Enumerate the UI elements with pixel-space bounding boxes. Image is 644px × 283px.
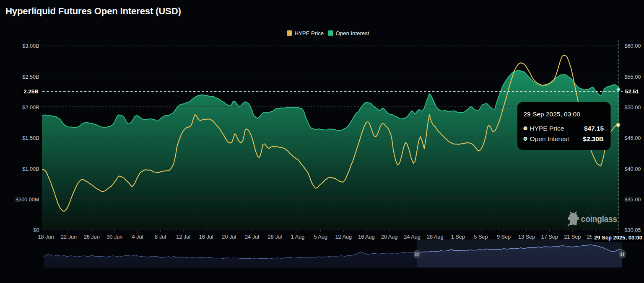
svg-text:$60.00: $60.00: [625, 43, 641, 49]
svg-text:16 Jul: 16 Jul: [199, 234, 213, 240]
svg-text:$55.00: $55.00: [625, 74, 641, 80]
svg-text:30 Jun: 30 Jun: [106, 234, 122, 240]
svg-text:16 Aug: 16 Aug: [358, 234, 375, 240]
svg-text:29 Sep 2025, 03:00: 29 Sep 2025, 03:00: [594, 234, 642, 241]
svg-text:$47.15: $47.15: [584, 125, 604, 132]
svg-text:21 Sep: 21 Sep: [564, 234, 581, 240]
svg-text:$2.00B: $2.00B: [22, 105, 39, 111]
svg-text:coinglass: coinglass: [581, 215, 617, 224]
svg-text:12 Jul: 12 Jul: [176, 234, 190, 240]
svg-text:$2.50B: $2.50B: [22, 74, 39, 80]
svg-text:24 Jul: 24 Jul: [245, 234, 259, 240]
svg-text:8 Jul: 8 Jul: [155, 234, 166, 240]
svg-text:5 Aug: 5 Aug: [314, 234, 327, 240]
svg-text:$45.00: $45.00: [625, 135, 641, 141]
svg-text:1 Sep: 1 Sep: [451, 234, 465, 240]
svg-text:2.25B: 2.25B: [23, 88, 39, 95]
svg-text:$30.05: $30.05: [625, 227, 641, 233]
svg-text:18 Jun: 18 Jun: [38, 234, 54, 240]
svg-text:$1.50B: $1.50B: [22, 135, 39, 141]
svg-text:$35.00: $35.00: [625, 197, 641, 203]
svg-text:17 Sep: 17 Sep: [541, 234, 558, 240]
svg-text:28 Aug: 28 Aug: [427, 234, 444, 240]
svg-text:Open Interest: Open Interest: [530, 135, 570, 142]
svg-text:9 Sep: 9 Sep: [497, 234, 511, 240]
svg-text:24 Aug: 24 Aug: [404, 234, 421, 240]
svg-text:$40.00: $40.00: [625, 166, 641, 172]
svg-text:22 Jun: 22 Jun: [61, 234, 77, 240]
svg-text:HYPE Price: HYPE Price: [295, 30, 324, 36]
svg-text:$1.00B: $1.00B: [22, 166, 39, 172]
svg-text:26 Jun: 26 Jun: [84, 234, 100, 240]
svg-text:28 Jul: 28 Jul: [268, 234, 282, 240]
svg-text:$2.30B: $2.30B: [583, 135, 604, 142]
svg-text:12 Aug: 12 Aug: [335, 234, 352, 240]
svg-text:$0: $0: [33, 227, 39, 233]
svg-text:HYPE Price: HYPE Price: [530, 125, 564, 132]
svg-text:13 Sep: 13 Sep: [518, 234, 535, 240]
svg-text:20 Aug: 20 Aug: [381, 234, 398, 240]
svg-text:20 Jul: 20 Jul: [222, 234, 236, 240]
svg-text:5 Sep: 5 Sep: [474, 234, 488, 240]
svg-text:$3.00B: $3.00B: [22, 43, 39, 49]
svg-text:Hyperliquid Futures Open Inter: Hyperliquid Futures Open Interest (USD): [5, 6, 181, 16]
svg-text:Open Interest: Open Interest: [336, 30, 369, 36]
svg-text:29 Sep 2025, 03:00: 29 Sep 2025, 03:00: [524, 111, 581, 118]
svg-text:$50.00: $50.00: [625, 105, 641, 111]
svg-text:4 Jul: 4 Jul: [132, 234, 143, 240]
svg-text:1 Aug: 1 Aug: [291, 234, 304, 240]
svg-text:52.51: 52.51: [625, 88, 639, 95]
svg-text:$500.00M: $500.00M: [16, 197, 39, 203]
